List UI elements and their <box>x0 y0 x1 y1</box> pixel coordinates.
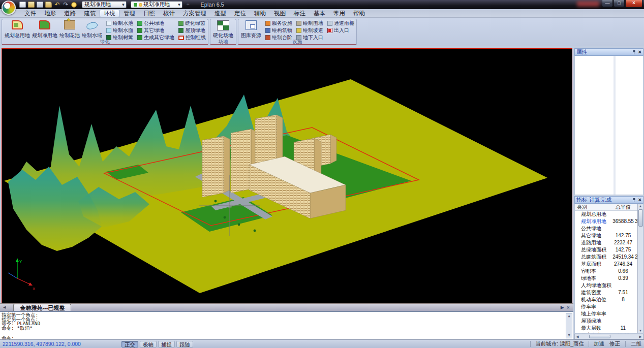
scroll-left-icon[interactable]: ◀ <box>575 335 580 339</box>
table-row[interactable]: 最大层数11 <box>575 325 637 332</box>
ribbon-button[interactable]: 绘构筑物 <box>265 27 293 34</box>
table-row[interactable]: 停车率 <box>575 303 637 310</box>
drawing-canvas[interactable]: Y X <box>2 48 572 303</box>
close-icon[interactable]: × <box>638 49 641 55</box>
table-row[interactable]: 规划净用地36588.553 <box>575 218 637 225</box>
table-row[interactable]: 最大高度41.00 <box>575 332 637 333</box>
scroll-down-icon[interactable]: ▼ <box>568 333 570 338</box>
layer-dropdown[interactable]: 规划净用地 ▼ <box>131 1 182 8</box>
table-row[interactable]: 机动车泊位8 <box>575 296 637 303</box>
command-scrollbar[interactable]: ▲ ▼ <box>566 313 572 338</box>
ribbon-button[interactable]: 规划净用地 <box>31 20 58 39</box>
chevron-down-icon[interactable]: ▼ <box>120 3 126 7</box>
redo-icon[interactable] <box>63 2 69 8</box>
scroll-down-icon[interactable]: ▼ <box>639 328 642 333</box>
toggle-button[interactable]: 跟随 <box>176 341 193 347</box>
status-button[interactable]: 加速 <box>594 340 604 347</box>
open-file-icon[interactable] <box>28 2 35 8</box>
table-row[interactable]: 规划总用地 <box>575 211 637 218</box>
table-row[interactable]: 容积率0.66 <box>575 268 637 275</box>
scrollbar-thumb[interactable] <box>638 209 643 227</box>
ribbon-button[interactable]: 其它绿地 <box>137 27 175 34</box>
menu-item[interactable]: 方案管理 <box>179 10 210 17</box>
table-row[interactable]: 人均绿地面积 <box>575 282 637 289</box>
ribbon-button[interactable]: 出入口 <box>327 27 355 34</box>
menu-item[interactable]: 文件 <box>20 10 40 17</box>
status-button[interactable]: 修正 <box>609 340 620 347</box>
menu-item[interactable]: 常用 <box>329 10 349 17</box>
menu-item[interactable]: 视图 <box>270 10 290 17</box>
undo-icon[interactable] <box>54 2 60 8</box>
toggle-button[interactable]: 极轴 <box>140 341 157 347</box>
land-type-dropdown[interactable]: 规划净用地 ▼ <box>82 1 127 8</box>
menu-item[interactable]: 基本 <box>310 10 329 17</box>
table-row[interactable]: 屋顶绿地 <box>575 318 637 325</box>
ribbon-button[interactable]: 绘制水域 <box>81 20 103 39</box>
table-row[interactable]: 绿地率0.39 <box>575 275 637 282</box>
ribbon-button[interactable]: 硬化绿茵 <box>178 20 206 27</box>
folder-icon[interactable] <box>45 2 52 8</box>
menu-item[interactable]: 核计 <box>159 10 179 17</box>
ribbon-button[interactable]: 绘制坡道 <box>296 27 324 34</box>
menu-item[interactable]: 标注 <box>290 10 310 17</box>
ribbon-button[interactable]: 绘制围墙 <box>296 20 324 27</box>
ribbon-button[interactable]: 规划总用地 <box>4 20 31 39</box>
drawing-tab[interactable]: 金碧雅苑---已规整 <box>13 304 71 311</box>
ribbon-button[interactable]: 服务设施 <box>265 20 293 27</box>
ribbon-button[interactable]: 绘制水面 <box>106 27 134 34</box>
maximize-button[interactable]: □ <box>614 0 625 7</box>
scrollbar-thumb[interactable] <box>589 335 610 338</box>
menu-item[interactable]: 建筑 <box>80 10 100 17</box>
table-row[interactable]: 道路用地2232.47 <box>575 239 637 246</box>
ribbon-button[interactable]: 通道雨棚 <box>327 20 355 27</box>
lamp-icon[interactable] <box>71 2 77 8</box>
toggle-button[interactable]: 捕捉 <box>158 341 175 347</box>
new-file-icon[interactable] <box>19 2 26 8</box>
indicators-table: 类别 总平值 规划总用地规划净用地36588.553公共绿地其它绿地142.75… <box>574 204 643 334</box>
table-row[interactable]: 建筑密度7.51 <box>575 289 637 296</box>
scroll-up-icon[interactable]: ▲ <box>639 204 642 209</box>
table-row[interactable]: 总建筑面积24519.342 <box>575 254 637 261</box>
toolbar-overflow-icon[interactable]: ÷ <box>187 2 190 8</box>
ribbon-button[interactable]: 绘制花池 <box>58 20 81 39</box>
ribbon-button[interactable]: 公共绿地 <box>137 20 175 27</box>
table-row[interactable]: 其它绿地142.75 <box>575 232 637 239</box>
menubar: 文件地形道路建筑环境管理日照核计方案管理造型定位辅助视图标注基本常用帮助 <box>0 9 644 18</box>
close-button[interactable]: × <box>625 0 642 8</box>
menu-item[interactable]: 地形 <box>40 10 60 17</box>
tab-close-icon[interactable]: × <box>567 304 570 311</box>
menu-item[interactable]: 环境 <box>100 10 119 17</box>
menu-item[interactable]: 日照 <box>139 10 159 17</box>
tab-scroll-right-icon[interactable]: ▶ <box>561 304 564 311</box>
table-row[interactable]: 地上停车率 <box>575 310 637 318</box>
properties-panel-body[interactable] <box>574 56 643 195</box>
close-icon[interactable]: × <box>638 197 641 203</box>
ribbon-button[interactable]: 硬化场地 <box>212 20 234 39</box>
ribbon-button[interactable]: 图库资源 <box>240 20 262 39</box>
pin-icon[interactable] <box>632 50 636 55</box>
chevron-down-icon[interactable]: ▼ <box>176 3 182 7</box>
indicators-horizontal-scrollbar[interactable]: ◀ ▶ <box>574 334 643 339</box>
tab-scroll-left-icon[interactable]: ◀ <box>2 304 7 311</box>
menu-item[interactable]: 管理 <box>119 10 139 17</box>
table-row[interactable]: 总绿地面积142.75 <box>575 246 637 254</box>
menu-item[interactable]: 辅助 <box>250 10 270 17</box>
app-logo-icon[interactable] <box>2 1 16 15</box>
ribbon-button[interactable]: 屋顶绿地 <box>178 27 206 34</box>
menu-item[interactable]: 定位 <box>230 10 250 17</box>
save-icon[interactable] <box>37 2 43 8</box>
pin-icon[interactable] <box>632 198 636 203</box>
menu-item[interactable]: 道路 <box>60 10 80 17</box>
indicators-vertical-scrollbar[interactable]: ▲ ▼ <box>637 204 643 333</box>
menu-item[interactable]: 造型 <box>210 10 230 17</box>
menu-item[interactable]: 帮助 <box>349 10 369 17</box>
scroll-right-icon[interactable]: ▶ <box>638 335 643 339</box>
minimize-button[interactable]: — <box>602 0 613 7</box>
table-row[interactable]: 基底面积2746.34 <box>575 261 637 268</box>
command-line-panel[interactable]: 指定第一个角点:指定另一个角点:命令: PLANLAND命令: *取消*命令: … <box>0 311 573 339</box>
table-row[interactable]: 公共绿地 <box>575 225 637 232</box>
ribbon-button[interactable]: 绘制水池 <box>106 20 134 27</box>
scroll-up-icon[interactable]: ▲ <box>568 313 570 319</box>
toggle-active[interactable]: 正交 <box>121 341 138 347</box>
status-button[interactable]: 二维 <box>631 340 641 347</box>
